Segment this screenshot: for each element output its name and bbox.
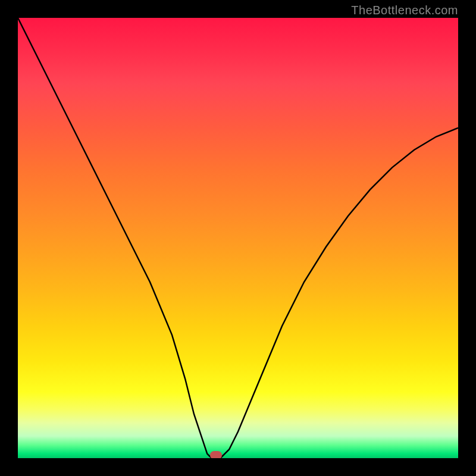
chart-plot-area [18, 18, 458, 458]
bottleneck-curve-svg [18, 18, 458, 458]
bottleneck-curve-path [18, 18, 458, 458]
watermark-text: TheBottleneck.com [351, 4, 458, 17]
optimal-point-marker [210, 451, 222, 458]
